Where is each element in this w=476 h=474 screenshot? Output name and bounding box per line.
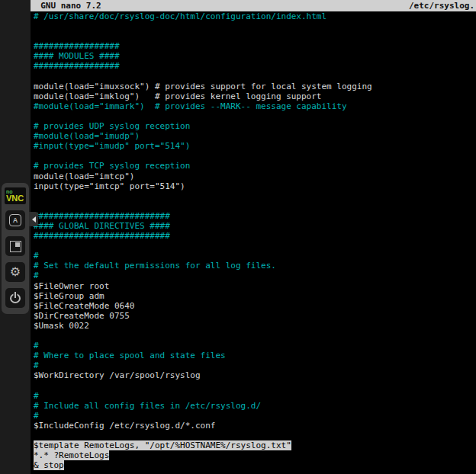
terminal-line: # /usr/share/doc/rsyslog-doc/html/config…: [34, 11, 476, 21]
terminal-line: # Where to place spool and state files: [34, 351, 476, 360]
terminal-line: #################: [34, 61, 476, 71]
vnc-control-bar: no VNC A ⚙: [2, 183, 29, 314]
power-icon-bar: [14, 292, 16, 298]
terminal-line: $template RemoteLogs, "/opt/%HOSTNAME%/r…: [34, 440, 476, 450]
screen: GNU nano 7.2 /etc/rsyslog. # /usr/share/…: [0, 0, 476, 474]
terminal-line: #: [34, 341, 476, 351]
terminal-line: #: [34, 411, 476, 421]
terminal-line: [34, 201, 476, 211]
terminal-line: $FileGroup adm: [34, 291, 476, 301]
terminal-line: $IncludeConfig /etc/rsyslog.d/*.conf: [34, 421, 476, 431]
terminal-line: [34, 21, 476, 31]
chevron-left-icon: [32, 216, 36, 223]
terminal-line: module(load="imtcp"): [34, 171, 476, 181]
selected-text: $template RemoteLogs, "/opt/%HOSTNAME%/r…: [34, 440, 291, 450]
nano-titlebar: GNU nano 7.2 /etc/rsyslog.: [31, 0, 476, 11]
terminal-line: # Set the default permissions for all lo…: [34, 261, 476, 271]
terminal-body[interactable]: # /usr/share/doc/rsyslog-doc/html/config…: [31, 11, 476, 470]
selected-text: & stop: [34, 460, 64, 470]
terminal-line: input(type="imtcp" port="514"): [34, 181, 476, 191]
terminal-line: $DirCreateMode 0755: [34, 311, 476, 321]
terminal-line: #################: [34, 41, 476, 51]
terminal-line: [34, 31, 476, 41]
terminal-line: #: [34, 360, 476, 370]
control-bar-handle[interactable]: [29, 212, 38, 226]
terminal-line: #: [34, 391, 476, 401]
terminal-line: ###########################: [34, 231, 476, 241]
terminal-line: module(load="imuxsock") # provides suppo…: [34, 82, 476, 91]
terminal-line: #: [34, 251, 476, 261]
terminal-line: # provides UDP syslog reception: [34, 121, 476, 131]
terminal-line: [34, 191, 476, 201]
terminal-line: [34, 72, 476, 82]
terminal-line: ###########################: [34, 211, 476, 221]
terminal-line: module(load="imklog") # provides kernel …: [34, 91, 476, 101]
terminal-line: #: [34, 271, 476, 280]
terminal-line: [34, 241, 476, 251]
terminal-line: #input(type="imudp" port="514"): [34, 141, 476, 151]
power-icon: [10, 293, 21, 303]
fullscreen-icon: [10, 241, 21, 252]
keyboard-icon: A: [9, 214, 21, 226]
terminal-line: [34, 151, 476, 161]
terminal-line: & stop: [34, 460, 476, 470]
desktop-background: no VNC A ⚙: [0, 0, 31, 474]
terminal-line: $Umask 0022: [34, 321, 476, 331]
keyboard-button[interactable]: A: [5, 210, 25, 230]
nano-filename: /etc/rsyslog.: [409, 1, 474, 11]
terminal-line: #module(load="imudp"): [34, 131, 476, 141]
terminal-line: #### MODULES ####: [34, 51, 476, 61]
terminal-line: *.* ?RemoteLogs: [34, 450, 476, 460]
fullscreen-button[interactable]: [5, 236, 25, 256]
terminal-line: #### GLOBAL DIRECTIVES ####: [34, 221, 476, 231]
power-button[interactable]: [5, 288, 25, 308]
selected-text: *.* ?RemoteLogs: [34, 450, 109, 460]
terminal-line: #module(load="immark") # provides --MARK…: [34, 101, 476, 111]
terminal-line: $FileOwner root: [34, 281, 476, 291]
terminal-line: [34, 111, 476, 121]
nano-version: GNU nano 7.2: [31, 1, 101, 11]
terminal-line: [34, 331, 476, 341]
terminal-line: # provides TCP syslog reception: [34, 161, 476, 171]
gear-icon: ⚙: [10, 266, 21, 278]
terminal-line: $WorkDirectory /var/spool/rsyslog: [34, 370, 476, 380]
terminal-line: # Include all config files in /etc/rsysl…: [34, 401, 476, 411]
novnc-logo: no VNC: [5, 187, 26, 204]
terminal-line: $FileCreateMode 0640: [34, 301, 476, 311]
terminal-line: [34, 431, 476, 440]
terminal-line: [34, 380, 476, 390]
settings-button[interactable]: ⚙: [5, 262, 25, 282]
novnc-logo-vnc: VNC: [6, 194, 24, 203]
nano-editor[interactable]: GNU nano 7.2 /etc/rsyslog. # /usr/share/…: [31, 0, 476, 474]
